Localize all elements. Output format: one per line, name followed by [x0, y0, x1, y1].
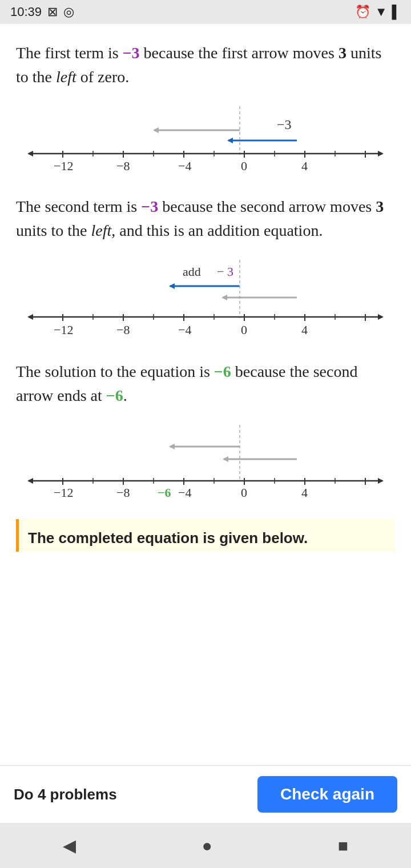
paragraph-3: The solution to the equation is −6 becau…: [16, 360, 395, 408]
svg-text:add: add: [183, 264, 201, 279]
bottom-bar: Do 4 problems Check again: [0, 765, 411, 823]
paragraph-2: The second term is −3 because the second…: [16, 195, 395, 243]
svg-marker-58: [27, 478, 33, 484]
svg-text:−12: −12: [54, 323, 73, 337]
svg-marker-34: [27, 314, 33, 320]
wifi-icon: ▼: [375, 5, 388, 19]
svg-marker-3: [227, 138, 233, 143]
back-button[interactable]: ◀: [46, 831, 93, 860]
svg-text:0: 0: [241, 323, 247, 337]
svg-marker-52: [169, 444, 175, 449]
para1-text-before: The first term is: [16, 44, 123, 62]
home-button[interactable]: ●: [184, 831, 229, 860]
nl1-svg: −3 −12 −8 −4 0 4: [16, 101, 395, 175]
do-problems-label: Do 4 problems: [14, 786, 117, 803]
status-left: 10:39 ⊠ ◎: [10, 5, 74, 19]
svg-text:−4: −4: [178, 485, 191, 500]
svg-marker-1: [153, 127, 159, 133]
svg-text:−4: −4: [178, 323, 191, 337]
svg-text:−8: −8: [116, 159, 130, 173]
svg-text:−8: −8: [116, 485, 130, 500]
square-button[interactable]: ■: [321, 831, 365, 860]
alarm-icon: ◎: [63, 5, 74, 19]
para3-text-last: .: [123, 387, 127, 404]
para3-highlight-neg6: −6: [214, 363, 231, 380]
svg-text:−8: −8: [116, 323, 130, 337]
para2-highlight-neg3: −3: [141, 198, 158, 215]
nav-bar: ◀ ● ■: [0, 823, 411, 868]
nl3-svg: −12 −8 −6 −4 0 4: [16, 419, 395, 499]
status-right: ⏰ ▼ ▌: [355, 5, 401, 19]
svg-marker-55: [223, 456, 228, 462]
svg-text:−12: −12: [54, 485, 73, 500]
completed-label-text: The completed equation is given below.: [28, 529, 308, 546]
status-bar: 10:39 ⊠ ◎ ⏰ ▼ ▌: [0, 0, 411, 24]
completed-equation-label: The completed equation is given below.: [16, 519, 395, 552]
check-again-button[interactable]: Check again: [257, 776, 397, 813]
svg-text:4: 4: [301, 323, 308, 337]
number-line-2: add − 3: [16, 254, 395, 344]
svg-marker-7: [378, 151, 384, 156]
main-content: The first term is −3 because the first a…: [0, 24, 411, 765]
svg-text:0: 0: [241, 485, 247, 500]
number-line-3: −12 −8 −6 −4 0 4: [16, 419, 395, 503]
number-line-1: −3 −12 −8 −4 0 4: [16, 101, 395, 179]
para2-text-before: The second term is: [16, 198, 141, 215]
svg-marker-33: [378, 314, 384, 320]
svg-text:−12: −12: [54, 159, 73, 173]
svg-marker-31: [221, 295, 227, 300]
svg-text:−3: −3: [277, 117, 292, 132]
svg-text:0: 0: [241, 159, 247, 173]
svg-text:−4: −4: [178, 159, 191, 173]
svg-marker-28: [169, 283, 175, 289]
nl2-svg: add − 3: [16, 254, 395, 340]
svg-marker-8: [27, 151, 33, 156]
svg-marker-57: [378, 478, 384, 484]
svg-text:− 3: − 3: [217, 264, 233, 279]
svg-text:4: 4: [301, 485, 308, 500]
message-icon: ⊠: [47, 5, 58, 19]
svg-text:4: 4: [301, 159, 308, 173]
time-display: 10:39: [10, 5, 42, 19]
para3-highlight2-neg6: −6: [106, 387, 123, 404]
paragraph-1: The first term is −3 because the first a…: [16, 41, 395, 89]
battery-icon: ▌: [392, 5, 401, 19]
svg-text:−6: −6: [158, 485, 171, 500]
clock-icon: ⏰: [355, 5, 370, 19]
para3-text-before: The solution to the equation is: [16, 363, 214, 380]
para1-highlight-neg3: −3: [123, 44, 140, 62]
